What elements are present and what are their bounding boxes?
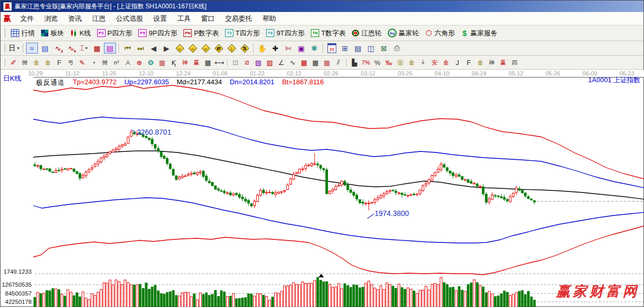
period-day-button[interactable]: 日▼ <box>8 43 20 54</box>
menu-item-0[interactable]: 文件 <box>15 13 39 24</box>
gann-wheel-button[interactable]: 江恩轮 <box>349 28 385 39</box>
cycle-circle-tool[interactable]: ◔ <box>88 57 99 68</box>
kline-chart-canvas[interactable]: 10-2911-1211-2612-1012-2401-0801-2202-12… <box>1 70 644 307</box>
angle-lines-tool[interactable]: ∠ <box>276 57 286 68</box>
compress-x-diamond-button[interactable]: ⇄ <box>213 43 225 54</box>
elastic-channel-tool[interactable]: ≈ <box>26 43 38 54</box>
winner-service-button[interactable]: $赢家服务 <box>458 28 501 39</box>
last-page-button[interactable]: ⏭ <box>135 43 147 54</box>
gann-compass-tool[interactable]: ⊕ <box>134 57 144 68</box>
calendar-21-button[interactable]: 21 <box>326 43 338 54</box>
export-button[interactable]: ⊠ <box>378 43 390 54</box>
gold-circle-button[interactable]: ㊎ <box>395 57 405 68</box>
window-titlebar[interactable]: 赢 赢家江恩专业版[赢家内部服务平台] - [上证指数 SH1A0001-167… <box>1 1 643 12</box>
gann-star-tool[interactable]: ❂ <box>146 57 156 68</box>
menu-item-4[interactable]: 公式选股 <box>111 13 148 24</box>
9t-square-button[interactable]: T99T四方形 <box>263 28 308 39</box>
square-of-nine-tool[interactable]: n² <box>111 57 122 68</box>
print-button[interactable]: ⎙ <box>391 43 403 54</box>
menu-item-3[interactable]: 江恩 <box>87 13 111 24</box>
analysis-flower-tool[interactable]: ❃ <box>308 43 320 54</box>
an-wave-button[interactable]: 安 <box>429 57 440 68</box>
hexagon-button[interactable]: ⬡六角形 <box>422 28 458 39</box>
t-digit-table-button[interactable]: TNT数字表 <box>308 28 349 39</box>
expand-y-diamond-button[interactable]: ↕ <box>226 43 238 54</box>
menu-item-9[interactable]: 帮助 <box>257 13 281 24</box>
band-pattern-button[interactable]: ▦ <box>91 43 103 54</box>
wave-9-button[interactable]: ∿9 <box>65 43 77 54</box>
hand-tool[interactable]: ✋ <box>256 43 268 54</box>
golden-extension-tool[interactable]: 金 <box>43 57 53 68</box>
menu-item-5[interactable]: 设置 <box>148 13 172 24</box>
wave-check-tool[interactable]: ∿ <box>287 57 298 68</box>
width-measure-tool[interactable]: ⟷ <box>214 57 225 68</box>
p-square-button[interactable]: P3P四方形 <box>94 28 136 39</box>
j-angle-button[interactable]: J <box>452 57 463 68</box>
compress-y-diamond-button[interactable]: ⇅ <box>239 43 251 54</box>
menu-item-2[interactable]: 资讯 <box>63 13 87 24</box>
delete-draw-tool[interactable]: ✄ <box>282 43 294 54</box>
mirror-tool[interactable]: A <box>123 57 133 68</box>
pen-tool[interactable]: ✐ <box>8 57 19 68</box>
crosshair-tool[interactable]: ✚ <box>269 43 281 54</box>
stamp-tool[interactable]: ▣ <box>295 43 307 54</box>
gold-red-button[interactable]: 金 <box>441 57 451 68</box>
first-page-button[interactable]: ⏮ <box>122 43 134 54</box>
menu-item-6[interactable]: 工具 <box>172 13 196 24</box>
wave-3-button[interactable]: ∿3 <box>52 43 64 54</box>
shift-right-diamond-button[interactable]: → <box>187 43 199 54</box>
percent-7-button[interactable]: 7% <box>361 57 371 68</box>
notes-button[interactable]: ▤ <box>352 43 364 54</box>
9p-square-button[interactable]: P99P四方形 <box>135 28 180 39</box>
menu-item-7[interactable]: 窗口 <box>196 13 220 24</box>
candle-style-button[interactable]: ⌶▼ <box>78 43 90 54</box>
kline-button[interactable]: K线 <box>67 28 94 39</box>
p-digit-table-button[interactable]: PNP数字表 <box>180 28 222 39</box>
four-angle-button[interactable]: 四 <box>509 57 520 68</box>
next-bar-button[interactable]: ▶ <box>161 43 173 54</box>
f-angle-button[interactable]: F <box>464 57 474 68</box>
candle-brush-button[interactable]: ⍭ <box>418 57 428 68</box>
gann-grid-tool[interactable]: 卌 <box>20 57 30 68</box>
spiral-tool[interactable]: 弓 <box>65 57 76 68</box>
purple-grid-tool[interactable]: ▨ <box>253 57 264 68</box>
chip-distribution-button[interactable]: ▙ <box>349 57 360 68</box>
prev-bar-button[interactable]: ◀ <box>148 43 160 54</box>
grid-c-tool[interactable]: ▩ <box>322 57 332 68</box>
gold-line-button[interactable]: 金 <box>406 57 417 68</box>
grid-b-tool[interactable]: ▦ <box>310 57 321 68</box>
diagonal-lines-tool[interactable]: ⫽ <box>333 57 344 68</box>
calculator-button[interactable]: ⊞ <box>339 43 351 54</box>
golden-section-tool[interactable]: 金 <box>31 57 42 68</box>
menu-item-1[interactable]: 浏览 <box>39 13 63 24</box>
marker-pen-tool[interactable]: ✎ <box>77 57 87 68</box>
gold-angle-button[interactable]: 金 <box>475 57 485 68</box>
menu-item-8[interactable]: 交易委托 <box>220 13 257 24</box>
winner-wheel-button[interactable]: Big赢家轮 <box>385 28 422 39</box>
volume-profile-button[interactable]: ▤ <box>104 43 116 54</box>
t-square-button[interactable]: T3T四方形 <box>222 28 263 39</box>
sector-blocks-button[interactable]: 板块 <box>38 28 67 39</box>
fan-lines-tool[interactable]: ⧄ <box>242 57 252 68</box>
market-quotes-button[interactable]: 行情 <box>8 28 38 39</box>
fibonacci-lines-tool[interactable]: F <box>54 57 64 68</box>
red-grid-tool[interactable]: ▧ <box>265 57 275 68</box>
chart-area[interactable]: 10-2911-1211-2612-1012-2401-0801-2202-12… <box>1 70 643 306</box>
permille-button[interactable]: ‰ <box>384 57 394 68</box>
box-select-tool[interactable]: ⊡ <box>230 57 241 68</box>
shen-angle-button[interactable]: 神 <box>487 57 497 68</box>
ying-grid-tool[interactable]: 赢 <box>191 57 202 68</box>
marker-pen-icon: ✎ <box>80 59 85 67</box>
shen-grid-tool[interactable]: 神 <box>180 57 190 68</box>
ying-angle-button[interactable]: 赢 <box>498 57 508 68</box>
gann-box-tool[interactable]: ▦ <box>157 57 167 68</box>
expand-x-diamond-button[interactable]: ↔ <box>200 43 212 54</box>
price-scale-tool[interactable]: ▦ <box>203 57 213 68</box>
percent-button[interactable]: % <box>372 57 383 68</box>
shift-left-diamond-button[interactable]: ← <box>174 43 186 54</box>
k-mark-tool[interactable]: Ϗ <box>168 57 179 68</box>
save-button[interactable]: ◫ <box>365 43 377 54</box>
quote-note-button[interactable]: ▤ <box>39 43 51 54</box>
time-ruler-tool[interactable]: 卌 <box>100 57 110 68</box>
grid-a-tool[interactable]: ▦ <box>299 57 309 68</box>
